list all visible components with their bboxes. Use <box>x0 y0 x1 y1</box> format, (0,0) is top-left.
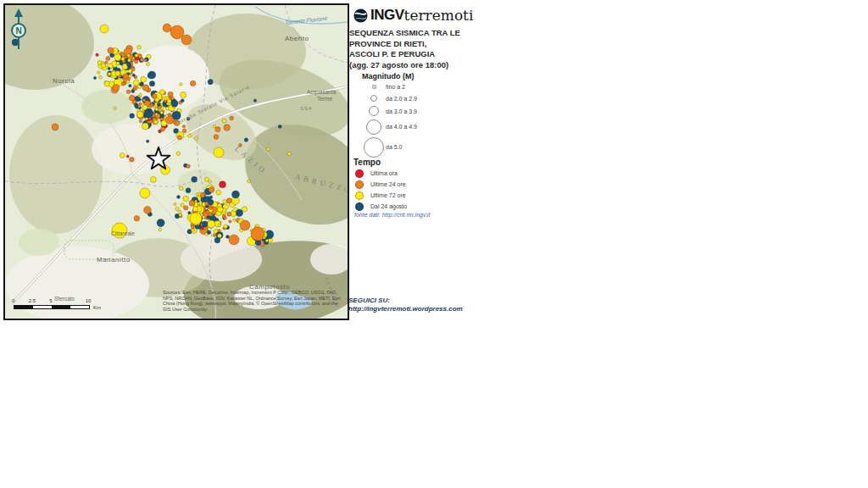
magnitude-legend-row: da 5.0 <box>362 136 417 158</box>
magnitude-legend-row: fino a 2 <box>362 81 417 92</box>
map-label-cittareale: Cittareale <box>111 231 135 237</box>
map-label-abruzzo: ABRUZZO <box>294 173 349 195</box>
magnitude-legend-row: da 2.0 a 2.9 <box>362 92 417 104</box>
magnitude-symbol-circle <box>369 106 379 116</box>
time-legend-row: Ultima ora <box>355 168 407 179</box>
map-title: SEQUENZA SISMICA TRA LE PROVINCE DI RIET… <box>349 28 460 70</box>
ingv-terremoti-logo: INGVterremoti <box>353 7 473 24</box>
magnitude-legend-title: Magnitudo (M) <box>362 72 414 80</box>
map-label-strada-statale-via-salaria: Strada Statale Via Salaria <box>177 84 251 125</box>
time-symbol-dot <box>355 180 364 189</box>
blog-link[interactable]: http://ingvterremoti.wordpress.com <box>348 305 463 313</box>
map-label-lazio: LAZIO <box>233 145 269 176</box>
magnitude-symbol-circle <box>364 137 384 158</box>
title-line: SEQUENZA SISMICA TRA LE <box>349 28 460 39</box>
follow-us-label: SEGUICI SU: <box>348 297 463 305</box>
page: N NorciaAbetitoAcquasantaTermeCampotosto… <box>0 0 868 488</box>
scale-tick: 0 <box>12 298 14 303</box>
magnitude-symbol-tiny <box>372 85 376 89</box>
time-symbol-dot <box>355 169 364 178</box>
logo-text-bold: INGV <box>370 7 404 24</box>
seismic-map: N NorciaAbetitoAcquasantaTermeCampotosto… <box>3 3 349 320</box>
globe-icon <box>353 8 368 23</box>
title-line: PROVINCE DI RIETI, <box>349 39 460 50</box>
scale-tick: 5 <box>49 298 52 303</box>
scale-unit: Km <box>93 305 101 310</box>
time-symbol-dot <box>355 191 364 200</box>
map-label-abetito: Abetito <box>285 36 309 42</box>
scale-bar-segments <box>14 305 90 309</box>
map-label-mananitto: Mananitto <box>97 257 131 263</box>
title-line: ASCOLI P. E PERUGIA <box>349 49 460 60</box>
map-label-torrente-fluvione: Torrente Fluvione <box>285 16 328 26</box>
time-legend-label: Ultima ora <box>370 170 398 176</box>
map-label-ss4: SS4 <box>300 106 312 111</box>
title-line: (agg. 27 agosto ore 18:00) <box>349 60 460 71</box>
map-attribution: Sources: Esri, HERE, DeLorme, Intermap, … <box>163 290 342 312</box>
time-symbol-dot <box>355 202 364 211</box>
time-legend-row: Dal 24 agosto <box>355 201 407 212</box>
map-label-terme: Terme <box>317 97 332 103</box>
scale-ticks: 02.5510 <box>14 298 115 304</box>
magnitude-legend-row: da 4.0 a 4.9 <box>362 118 417 136</box>
time-legend-label: Dal 24 agosto <box>370 203 407 209</box>
magnitude-symbol-circle <box>366 119 381 135</box>
time-legend-label: Ultime 72 ore <box>370 192 406 198</box>
time-legend-title: Tempo <box>353 158 381 167</box>
follow-us-block: SEGUICI SU: http://ingvterremoti.wordpre… <box>348 297 463 313</box>
data-source-link[interactable]: fonte dati: http://cnt.rm.ingv.it <box>354 212 430 218</box>
map-labels-layer: NorciaAbetitoAcquasantaTermeCampotostoCi… <box>5 5 348 319</box>
scale-tick: 10 <box>86 298 92 303</box>
time-legend: Ultima oraUltime 24 oreUltime 72 oreDal … <box>355 168 407 212</box>
time-legend-label: Ultime 24 ore <box>370 181 406 187</box>
time-legend-row: Ultime 72 ore <box>355 190 407 201</box>
time-legend-row: Ultime 24 ore <box>355 179 407 190</box>
map-label-acquasanta: Acquasanta <box>307 90 336 96</box>
scale-bar: 02.5510 Km <box>14 298 115 309</box>
magnitude-legend-row: da 3.0 a 3.9 <box>362 104 417 118</box>
logo-text-serif: terremoti <box>404 7 474 24</box>
scale-tick: 2.5 <box>29 298 36 303</box>
magnitude-legend: fino a 2 da 2.0 a 2.9 da 3.0 a 3.9 da 4.… <box>362 81 417 158</box>
magnitude-symbol-circle <box>370 95 377 102</box>
map-label-norcia: Norcia <box>53 78 75 85</box>
